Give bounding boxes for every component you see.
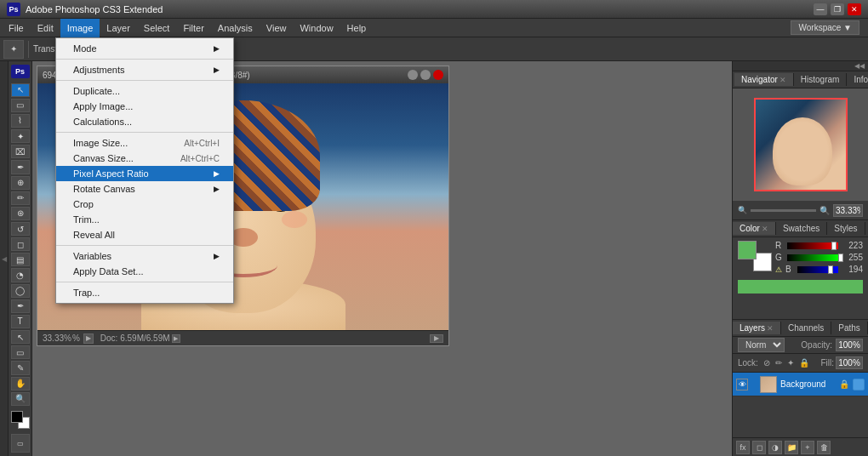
menu-calculations[interactable]: Calculations... (56, 114, 233, 129)
tool-select-rect[interactable]: ▭ (11, 99, 30, 112)
menu-analysis[interactable]: Analysis (211, 19, 260, 37)
tab-histogram[interactable]: Histogram (794, 73, 848, 86)
menu-layer[interactable]: Layer (100, 19, 137, 37)
maximize-button[interactable]: ❐ (831, 3, 844, 15)
fg-color-swatch[interactable] (738, 241, 757, 259)
tool-move[interactable]: ↖ (11, 83, 30, 97)
menu-pixel-aspect-ratio[interactable]: Pixel Aspect Ratio ▶ (56, 166, 233, 181)
green-track[interactable] (787, 254, 838, 261)
blend-mode-select[interactable]: Normal (738, 338, 785, 352)
status-menu[interactable]: ▶ (83, 333, 94, 344)
menu-variables[interactable]: Variables ▶ (56, 248, 233, 264)
layer-new-button[interactable]: + (801, 441, 814, 454)
menu-duplicate[interactable]: Duplicate... (56, 83, 233, 99)
doc-maximize[interactable] (420, 70, 431, 80)
red-thumb[interactable] (831, 242, 837, 250)
menu-image-size[interactable]: Image Size... Alt+Ctrl+I (56, 135, 233, 151)
layer-visibility-eye[interactable]: 👁 (736, 379, 748, 390)
doc-size-arrow[interactable]: ▶ (172, 334, 180, 343)
tool-pen[interactable]: ✒ (11, 299, 30, 313)
tool-clone-stamp[interactable]: ⊛ (11, 207, 30, 220)
nav-zoom-in-icon[interactable]: 🔍 (819, 206, 830, 215)
fg-bg-swatches[interactable] (738, 241, 772, 271)
layer-fx-button[interactable]: fx (736, 441, 750, 454)
menu-file[interactable]: File (2, 19, 31, 37)
menu-trap[interactable]: Trap... (56, 285, 233, 300)
tool-text[interactable]: T (11, 315, 30, 328)
zoom-slider[interactable] (751, 209, 816, 212)
navigator-tab-close[interactable]: ✕ (779, 76, 786, 84)
tool-zoom[interactable]: 🔍 (11, 392, 30, 406)
menu-window[interactable]: Window (293, 19, 340, 37)
red-track[interactable] (787, 242, 838, 249)
fill-input[interactable] (836, 356, 863, 369)
panel-collapse-arrow[interactable]: ◀◀ (854, 62, 865, 70)
tool-notes[interactable]: ✎ (11, 361, 30, 374)
tab-info[interactable]: Info (847, 73, 868, 86)
blue-thumb[interactable] (828, 265, 833, 274)
tool-history-brush[interactable]: ↺ (11, 222, 30, 236)
menu-help[interactable]: Help (340, 19, 374, 37)
lock-all-icon[interactable]: 🔒 (799, 358, 809, 368)
tool-options-icon[interactable]: ✦ (3, 40, 24, 59)
tool-lasso[interactable]: ⌇ (11, 114, 30, 128)
color-panel-menu[interactable]: ▼ (865, 224, 869, 234)
tool-dodge[interactable]: ◯ (11, 284, 30, 298)
fg-bg-colors[interactable] (11, 411, 30, 429)
menu-rotate-canvas[interactable]: Rotate Canvas ▶ (56, 181, 233, 197)
tool-gradient[interactable]: ▤ (11, 253, 30, 266)
doc-close[interactable] (433, 70, 443, 80)
tool-shape[interactable]: ▭ (11, 345, 30, 359)
layers-tab-close[interactable]: ✕ (767, 324, 774, 333)
minimize-button[interactable]: — (814, 3, 827, 15)
workspace-button[interactable]: Workspace ▼ (791, 20, 859, 35)
menu-apply-image[interactable]: Apply Image... (56, 99, 233, 114)
zoom-input[interactable] (833, 204, 863, 217)
tool-eraser[interactable]: ◻ (11, 237, 30, 251)
tool-crop[interactable]: ⌧ (11, 145, 30, 158)
menu-image[interactable]: Image (60, 19, 100, 37)
color-tab-close[interactable]: ✕ (762, 225, 768, 233)
menu-select[interactable]: Select (137, 19, 177, 37)
menu-adjustments[interactable]: Adjustments ▶ (56, 62, 233, 77)
tool-spot-heal[interactable]: ⊕ (11, 176, 30, 190)
doc-minimize[interactable] (408, 70, 418, 80)
lock-position-icon[interactable]: ✦ (787, 358, 794, 368)
screen-mode-normal[interactable]: ▭ (11, 434, 30, 453)
menu-filter[interactable]: Filter (176, 19, 210, 37)
left-panel-handle[interactable]: ◀ (0, 61, 9, 456)
layer-delete-button[interactable]: 🗑 (817, 441, 831, 454)
nav-zoom-out-icon[interactable]: 🔍 (738, 206, 747, 214)
tool-brush[interactable]: ✏ (11, 191, 30, 205)
layer-background[interactable]: 👁 Background 🔒 (733, 373, 868, 396)
layer-adjustment-button[interactable]: ◑ (768, 441, 782, 454)
tool-blur[interactable]: ◔ (11, 268, 30, 282)
tab-color[interactable]: Color✕ (733, 222, 776, 235)
tab-styles[interactable]: Styles (827, 222, 865, 235)
close-button[interactable]: ✕ (848, 3, 861, 15)
opacity-input[interactable] (836, 339, 863, 351)
tab-channels[interactable]: Channels (781, 322, 831, 334)
menu-apply-data-set[interactable]: Apply Data Set... (56, 264, 233, 279)
tool-magic-wand[interactable]: ✦ (11, 129, 30, 143)
menu-reveal-all[interactable]: Reveal All (56, 227, 233, 242)
menu-canvas-size[interactable]: Canvas Size... Alt+Ctrl+C (56, 151, 233, 166)
tool-path-select[interactable]: ↖ (11, 330, 30, 344)
menu-edit[interactable]: Edit (31, 19, 60, 37)
tool-eyedropper[interactable]: ✒ (11, 160, 30, 174)
blue-track[interactable] (797, 266, 838, 273)
lock-transparent-icon[interactable]: ⊘ (763, 358, 770, 368)
menu-crop[interactable]: Crop (56, 197, 233, 212)
layer-mask-button[interactable]: ◻ (752, 441, 766, 454)
menu-trim[interactable]: Trim... (56, 212, 233, 227)
green-thumb[interactable] (838, 254, 843, 262)
tab-paths[interactable]: Paths (831, 322, 868, 334)
menu-view[interactable]: View (260, 19, 294, 37)
scroll-right[interactable]: ▶ (430, 334, 443, 343)
lock-image-icon[interactable]: ✏ (775, 358, 782, 368)
tab-navigator[interactable]: Navigator✕ (734, 73, 794, 86)
tab-layers[interactable]: Layers✕ (733, 322, 781, 334)
tool-hand[interactable]: ✋ (11, 377, 30, 390)
layer-group-button[interactable]: 📁 (785, 441, 798, 454)
menu-mode[interactable]: Mode ▶ (56, 41, 233, 56)
